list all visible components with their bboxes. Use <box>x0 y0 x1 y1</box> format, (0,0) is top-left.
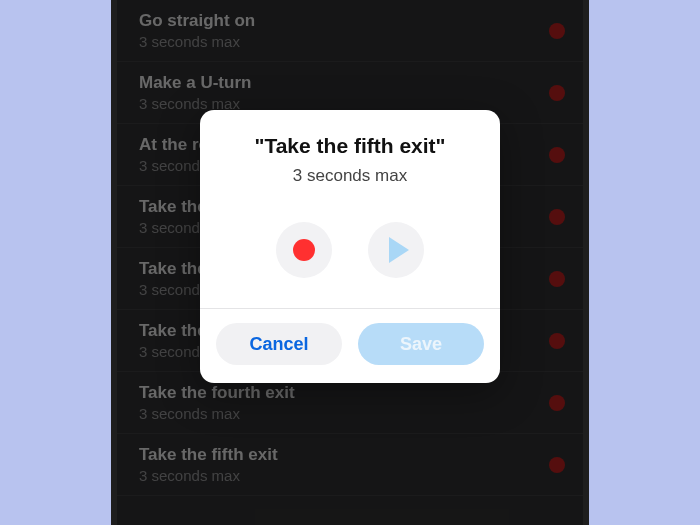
modal-subtitle: 3 seconds max <box>218 166 482 186</box>
record-button[interactable] <box>276 222 332 278</box>
record-modal: "Take the fifth exit" 3 seconds max Canc… <box>200 110 500 383</box>
cancel-button[interactable]: Cancel <box>216 323 342 365</box>
record-icon <box>293 239 315 261</box>
modal-controls <box>200 204 500 308</box>
play-icon <box>389 237 409 263</box>
modal-title: "Take the fifth exit" <box>218 134 482 158</box>
save-button[interactable]: Save <box>358 323 484 365</box>
screen: Go straight on 3 seconds max Make a U-tu… <box>117 0 583 525</box>
device-frame: Go straight on 3 seconds max Make a U-tu… <box>111 0 589 525</box>
play-button[interactable] <box>368 222 424 278</box>
modal-actions: Cancel Save <box>200 309 500 383</box>
modal-header: "Take the fifth exit" 3 seconds max <box>200 110 500 204</box>
